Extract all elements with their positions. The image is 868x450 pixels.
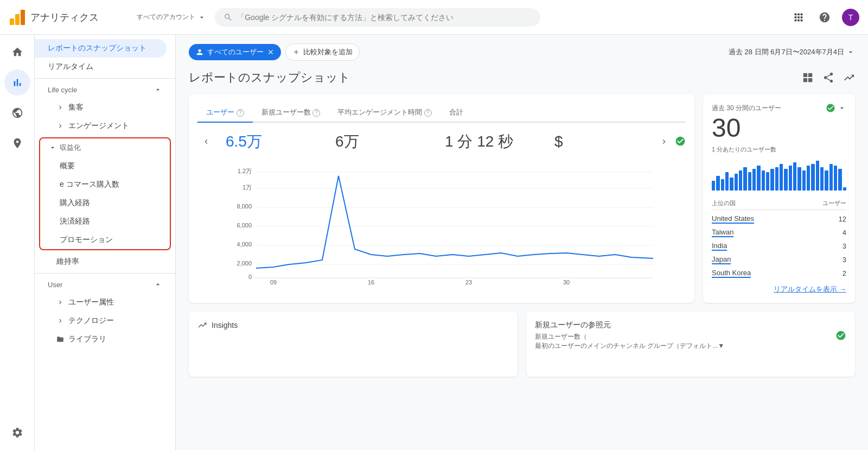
grid-icon-btn[interactable] <box>790 9 807 26</box>
bar-item <box>834 166 837 191</box>
sidebar-item-snapshot[interactable]: レポートのスナップショット <box>35 39 167 58</box>
users-value: 6.5万 <box>226 131 318 152</box>
svg-text:6,000: 6,000 <box>237 222 252 229</box>
bar-item <box>730 178 733 191</box>
sidebar-item-checkout[interactable]: 決済経路 <box>40 212 170 231</box>
sidebar-item-engagement[interactable]: エンゲージメント <box>35 117 175 135</box>
user-attributes-label: ユーザー属性 <box>68 297 114 307</box>
country-row: South Korea 2 <box>712 267 846 280</box>
chevron-left-icon <box>202 137 210 146</box>
chart-card: ユーザー ? 新規ユーザー数 ? 平均エンゲージメント時間 ? 合計 <box>189 94 694 303</box>
nav-explore-btn[interactable] <box>4 100 30 126</box>
sidebar-item-technology[interactable]: テクノロジー <box>35 312 175 330</box>
metrics-nav-next <box>655 133 686 150</box>
chevron-right-icon-3 <box>56 299 64 306</box>
search-icon <box>224 12 233 22</box>
country-value: 12 <box>839 215 846 223</box>
new-users-header: 新規ユーザーの参照元 新規ユーザー数（最初のユーザーのメインのチャンネル グルー… <box>535 320 846 351</box>
technology-label: テクノロジー <box>68 316 114 326</box>
bar-item <box>816 161 819 191</box>
topbar: アナリティクス すべてのアカウント T <box>0 0 868 35</box>
user-section[interactable]: User <box>35 276 175 293</box>
search-bar[interactable] <box>215 8 540 27</box>
chevron-right-icon-2 <box>56 122 64 130</box>
sidebar-item-acquisition[interactable]: 集客 <box>35 98 175 117</box>
sidebar-item-promotions[interactable]: プロモーション <box>40 231 170 249</box>
metric-tab-engagement[interactable]: 平均エンゲージメント時間 ? <box>329 103 441 122</box>
svg-rect-2 <box>21 10 25 25</box>
svg-text:8,000: 8,000 <box>237 203 252 210</box>
chevron-down-icon-2 <box>49 144 56 151</box>
monetization-highlighted-section: 収益化 概要 e コマース購入数 購入経路 決済経路 プロモーション <box>39 137 171 250</box>
country-name: Japan <box>712 255 731 264</box>
country-name: India <box>712 242 727 251</box>
metrics-tabs: ユーザー ? 新規ユーザー数 ? 平均エンゲージメント時間 ? 合計 <box>197 103 686 123</box>
close-icon <box>267 48 275 56</box>
ecommerce-label: e コマース購入数 <box>60 180 119 189</box>
sidebar-item-library[interactable]: ライブラリ <box>35 330 175 348</box>
bar-item <box>725 172 729 191</box>
svg-text:0: 0 <box>248 274 252 280</box>
country-value: 4 <box>843 229 846 237</box>
nav-settings-btn[interactable] <box>4 420 30 446</box>
chevron-up-icon <box>154 85 162 94</box>
metric-item-total: $ <box>546 129 655 155</box>
info-icon-engagement[interactable]: ? <box>424 109 432 117</box>
top-filters: すべてのユーザー 比較対象を追加 過去 28 日間 6月7日〜2024年7月4日 <box>189 43 855 61</box>
info-icon-users[interactable]: ? <box>237 109 244 117</box>
sidebar-item-ecommerce[interactable]: e コマース購入数 <box>40 175 170 194</box>
lifecycle-section[interactable]: Life cycle <box>35 81 175 98</box>
check-circle-nu <box>835 330 846 341</box>
insights-card: Insights <box>189 312 518 377</box>
sidebar-item-retention[interactable]: 維持率 <box>35 252 175 271</box>
chevron-down-rt[interactable] <box>838 104 846 112</box>
layout-icon-btn[interactable] <box>802 72 814 84</box>
nav-home-btn[interactable] <box>4 39 30 65</box>
metric-tab-new-users[interactable]: 新規ユーザー数 ? <box>253 103 329 122</box>
sidebar-item-purchase-journey[interactable]: 購入経路 <box>40 194 170 212</box>
info-icon-new-users[interactable]: ? <box>312 109 320 117</box>
next-metric-btn[interactable] <box>655 133 673 150</box>
insights-icon-btn[interactable] <box>843 72 855 84</box>
metric-tab-engagement-label: 平均エンゲージメント時間 <box>337 108 422 116</box>
bar-item <box>743 167 746 191</box>
sidebar-item-user-attributes[interactable]: ユーザー属性 <box>35 293 175 312</box>
prev-metric-btn[interactable] <box>197 133 215 150</box>
add-comparison-chip[interactable]: 比較対象を追加 <box>285 43 360 61</box>
acquisition-label: 集客 <box>68 103 84 112</box>
bar-item <box>802 170 806 191</box>
country-row: United States 12 <box>712 212 846 226</box>
all-users-chip[interactable]: すべてのユーザー <box>189 44 281 60</box>
realtime-header: 過去 30 分間のユーザー <box>712 103 846 113</box>
layout-icon <box>802 72 814 84</box>
metric-tab-total[interactable]: 合計 <box>441 103 472 122</box>
sidebar-divider-2 <box>35 273 175 274</box>
realtime-number: 30 <box>712 115 846 141</box>
monetization-section-header[interactable]: 収益化 <box>40 138 170 157</box>
insights-label: Insights <box>212 321 238 329</box>
sidebar-item-realtime[interactable]: リアルタイム <box>35 58 175 76</box>
logo-area: アナリティクス <box>9 9 128 26</box>
bar-item <box>797 167 801 191</box>
topbar-right: T <box>790 9 859 26</box>
new-users-title-area: 新規ユーザーの参照元 新規ユーザー数（最初のユーザーのメインのチャンネル グルー… <box>535 320 724 351</box>
search-input[interactable] <box>237 13 532 22</box>
sidebar-item-overview[interactable]: 概要 <box>40 157 170 175</box>
share-icon-btn[interactable] <box>822 72 834 84</box>
bar-item <box>770 169 774 191</box>
nav-reports-btn[interactable] <box>4 69 30 96</box>
account-selector[interactable]: すべてのアカウント <box>137 12 206 22</box>
overview-label: 概要 <box>60 161 75 171</box>
nav-advertising-btn[interactable] <box>4 130 30 156</box>
svg-text:1万: 1万 <box>242 184 252 191</box>
page-title: レポートのスナップショット <box>189 69 350 86</box>
analytics-logo-icon <box>9 9 26 26</box>
date-selector[interactable]: 過去 28 日間 6月7日〜2024年7月4日 <box>729 47 855 57</box>
engagement-value: 1 分 12 秒 <box>445 131 537 152</box>
help-icon-btn[interactable] <box>816 9 833 26</box>
realtime-link[interactable]: リアルタイムを表示 → <box>712 284 846 294</box>
avatar[interactable]: T <box>842 9 859 26</box>
apps-icon <box>793 11 805 23</box>
share-icon <box>822 72 834 84</box>
metric-tab-users[interactable]: ユーザー ? <box>197 103 253 123</box>
